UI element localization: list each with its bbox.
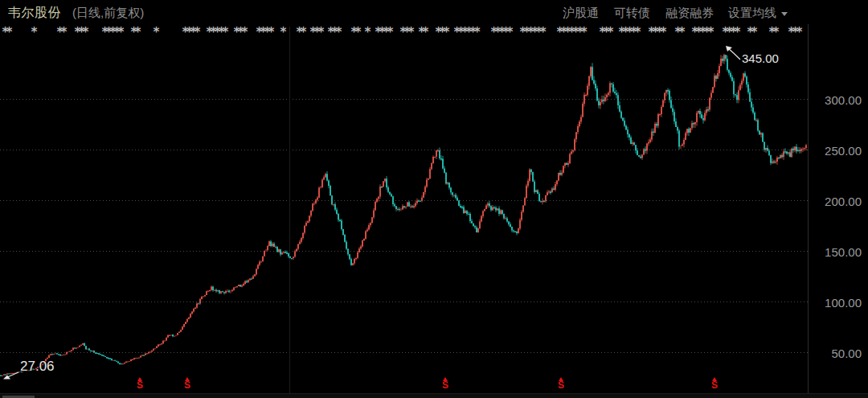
dividend-s-icon: S xyxy=(555,381,567,390)
horizontal-scrollbar[interactable] xyxy=(0,393,868,398)
y-axis-label: 300.00 xyxy=(812,93,862,107)
news-event-marker[interactable]: ******* xyxy=(556,25,584,39)
menu-item-convertible-bond[interactable]: 可转债 xyxy=(614,6,650,21)
news-event-marker[interactable]: ** xyxy=(674,25,682,39)
dividend-s-icon: S xyxy=(709,381,720,390)
news-event-marker[interactable]: ** xyxy=(2,25,10,39)
chart-type-label: (日线,前复权) xyxy=(72,6,144,21)
news-event-marker[interactable]: *** xyxy=(74,25,86,39)
news-event-marker[interactable]: **** xyxy=(648,25,664,39)
news-event-marker[interactable]: ** xyxy=(747,25,755,39)
news-event-marker[interactable]: * xyxy=(280,25,284,39)
news-event-marker[interactable]: *** xyxy=(309,25,321,39)
dividend-marker[interactable]: S xyxy=(709,377,720,390)
news-event-marker[interactable]: ***** xyxy=(490,25,510,39)
news-event-marker[interactable]: ** xyxy=(296,25,304,39)
y-axis-label: 250.00 xyxy=(812,144,862,158)
menu-item-ma-settings[interactable]: 设置均线 xyxy=(728,6,788,21)
news-event-marker[interactable]: *** xyxy=(327,25,339,39)
dividend-marker[interactable]: S xyxy=(440,377,451,390)
news-event-marker[interactable]: *** xyxy=(788,25,800,39)
y-axis-label: 200.00 xyxy=(812,195,862,208)
news-event-marker[interactable]: **** xyxy=(722,25,738,39)
dividend-s-icon: S xyxy=(440,381,451,390)
y-axis-label: 50.00 xyxy=(812,347,862,360)
news-event-marker[interactable]: * xyxy=(153,25,157,39)
news-event-marker[interactable]: *** xyxy=(435,25,447,39)
chart-header: 韦尔股份 (日线,前复权) 沪股通 可转债 融资融券 设置均线 xyxy=(0,0,868,24)
news-event-marker[interactable]: **** xyxy=(182,25,198,39)
ma-settings-label: 设置均线 xyxy=(728,6,776,19)
news-event-marker[interactable]: * xyxy=(364,25,368,39)
news-event-marker[interactable]: **** xyxy=(375,25,391,39)
news-event-marker[interactable]: ****** xyxy=(453,25,477,39)
news-event-marker[interactable]: *** xyxy=(599,25,611,39)
dividend-marker[interactable]: S xyxy=(182,377,193,390)
menu-item-hgt[interactable]: 沪股通 xyxy=(563,6,599,21)
dividend-s-icon: S xyxy=(134,381,145,390)
dividend-marker[interactable]: S xyxy=(555,377,567,390)
stock-chart-window: 韦尔股份 (日线,前复权) 沪股通 可转债 融资融券 设置均线 ********… xyxy=(0,0,868,398)
news-event-marker[interactable]: ** xyxy=(418,25,426,39)
news-event-marker[interactable]: ***** xyxy=(691,25,711,39)
news-event-marker[interactable]: ***** xyxy=(101,25,121,39)
stock-name: 韦尔股份 xyxy=(8,5,61,22)
news-event-marker[interactable]: ** xyxy=(130,25,138,39)
chevron-down-icon xyxy=(781,12,788,16)
y-axis-label: 150.00 xyxy=(812,245,862,259)
news-event-marker[interactable]: *** xyxy=(399,25,411,39)
candlestick-chart[interactable] xyxy=(0,0,868,398)
news-event-marker[interactable]: ****** xyxy=(519,25,543,39)
news-event-marker[interactable]: ** xyxy=(56,25,64,39)
dividend-s-icon: S xyxy=(182,381,193,390)
news-event-marker[interactable]: ***** xyxy=(206,25,226,39)
news-event-marker[interactable]: **** xyxy=(256,25,272,39)
news-event-marker[interactable]: ***** xyxy=(618,25,638,39)
peak-price-annotation: 345.00 xyxy=(742,51,779,65)
y-axis-label: 100.00 xyxy=(812,296,862,310)
dividend-marker[interactable]: S xyxy=(134,377,145,390)
news-event-marker[interactable]: ** xyxy=(768,25,776,39)
news-event-marker[interactable]: *** xyxy=(233,25,245,39)
news-event-marker[interactable]: ** xyxy=(350,25,358,39)
low-price-annotation: 27.06 xyxy=(20,359,55,375)
menu-item-margin-trading[interactable]: 融资融券 xyxy=(665,6,714,21)
news-event-marker[interactable]: * xyxy=(31,25,35,39)
